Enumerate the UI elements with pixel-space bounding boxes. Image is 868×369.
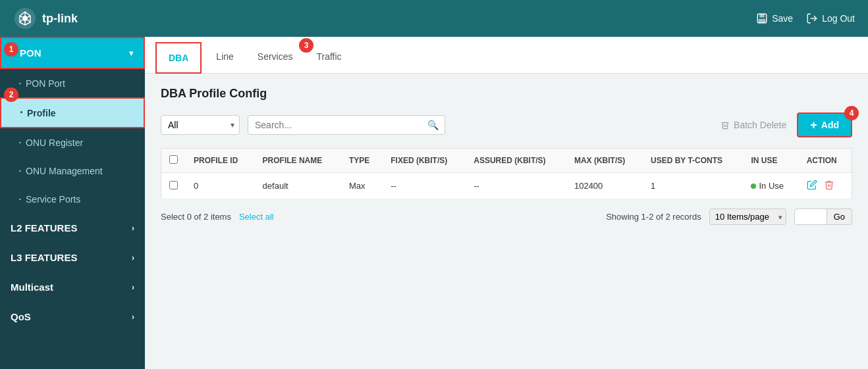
main-content: 3 DBA Line Services Traffic DBA Profile … — [145, 37, 868, 369]
th-checkbox — [161, 149, 186, 173]
annotation-2: 2 — [4, 87, 18, 102]
filter-select-wrapper: All — [161, 115, 240, 135]
qos-chevron-icon: › — [132, 312, 134, 322]
th-in-use: IN USE — [743, 149, 798, 173]
sidebar-multicast-header[interactable]: Multicast › — [0, 272, 145, 302]
th-fixed: FIXED (KBIT/S) — [383, 149, 466, 173]
th-profile-id: PROFILE ID — [186, 149, 255, 173]
row-checkbox-cell — [161, 173, 186, 199]
logo-area: tp-link — [13, 7, 78, 30]
action-buttons — [807, 180, 844, 192]
row-max: 102400 — [566, 173, 643, 199]
th-used-by-t-conts: USED BY T-CONTS — [643, 149, 743, 173]
sidebar-item-onu-register[interactable]: ONU Register — [0, 128, 145, 157]
l2-chevron-icon: › — [132, 224, 134, 233]
annotation-1: 1 — [4, 42, 18, 57]
sidebar-l3-header[interactable]: L3 FEATURES › — [0, 243, 145, 272]
footer-left: Select 0 of 2 items Select all — [161, 212, 274, 222]
plus-icon: + — [810, 119, 817, 131]
per-page-wrapper: 10 Items/page — [709, 209, 786, 225]
l3-chevron-icon: › — [132, 253, 134, 262]
tp-link-logo-icon — [13, 7, 37, 30]
sidebar-pon-header[interactable]: PON ▾ — [0, 37, 145, 69]
sidebar-item-pon-port[interactable]: PON Port — [0, 69, 145, 97]
page-number-input[interactable] — [794, 209, 827, 225]
save-icon — [756, 12, 768, 24]
topnav-actions: Save Log Out — [756, 12, 855, 24]
select-all-checkbox[interactable] — [169, 155, 178, 164]
svg-rect-10 — [759, 19, 766, 23]
th-max: MAX (KBIT/S) — [566, 149, 643, 173]
edit-icon — [807, 180, 817, 190]
in-use-dot-icon — [751, 184, 756, 189]
th-profile-name: PROFILE NAME — [255, 149, 341, 173]
table-header-row: PROFILE ID PROFILE NAME TYPE FIXED (KBIT… — [161, 149, 852, 173]
add-btn-wrapper: 4 + Add — [797, 112, 852, 137]
save-button[interactable]: Save — [756, 12, 793, 24]
sidebar-item-profile[interactable]: Profile — [0, 97, 145, 128]
edit-button[interactable] — [807, 180, 817, 192]
th-assured: ASSURED (KBIT/S) — [466, 149, 566, 173]
go-button[interactable]: Go — [827, 209, 852, 225]
logo-text: tp-link — [42, 12, 78, 26]
sidebar-item-onu-management[interactable]: ONU Management — [0, 157, 145, 185]
row-fixed: -- — [383, 173, 466, 199]
svg-point-1 — [22, 16, 28, 21]
tab-services[interactable]: Services — [246, 42, 305, 74]
th-type: TYPE — [341, 149, 383, 173]
toolbar-left: All 🔍 — [161, 115, 445, 135]
search-wrapper: 🔍 — [248, 115, 445, 135]
search-icon: 🔍 — [427, 120, 439, 130]
select-count: Select 0 of 2 items — [161, 212, 231, 222]
svg-rect-9 — [760, 14, 765, 17]
row-assured: -- — [466, 173, 566, 199]
in-use-badge: In Use — [751, 181, 784, 191]
showing-label: Showing 1-2 of 2 records — [606, 212, 701, 222]
tab-bar: 3 DBA Line Services Traffic — [145, 37, 868, 74]
tab-line[interactable]: Line — [204, 42, 245, 74]
pagination-go: Go — [794, 209, 852, 225]
delete-button[interactable] — [824, 180, 834, 192]
per-page-select[interactable]: 10 Items/page — [709, 209, 786, 225]
row-checkbox[interactable] — [169, 181, 178, 189]
row-used-by-t-conts: 1 — [643, 173, 743, 199]
add-button[interactable]: + Add — [797, 112, 852, 137]
top-navbar: tp-link Save Log Out — [0, 0, 868, 37]
row-type: Max — [341, 173, 383, 199]
multicast-chevron-icon: › — [132, 283, 134, 292]
delete-icon — [824, 180, 834, 190]
annotation-4: 4 — [844, 106, 859, 120]
row-in-use: In Use — [743, 173, 798, 199]
tab-dba[interactable]: DBA — [155, 42, 202, 74]
sidebar: 1 PON ▾ 2 PON Port Profile ONU Register … — [0, 37, 145, 369]
logout-icon — [806, 12, 818, 24]
trash-icon — [720, 120, 730, 130]
filter-select[interactable]: All — [161, 115, 240, 135]
search-input[interactable] — [248, 115, 445, 135]
sidebar-item-service-ports[interactable]: Service Ports — [0, 185, 145, 213]
logout-button[interactable]: Log Out — [806, 12, 855, 24]
th-action: ACTION — [799, 149, 852, 173]
footer-right: Showing 1-2 of 2 records 10 Items/page G… — [606, 209, 852, 225]
row-action — [799, 173, 852, 199]
table-footer: Select 0 of 2 items Select all Showing 1… — [161, 209, 852, 225]
select-all-link[interactable]: Select all — [239, 212, 274, 222]
sidebar-l2-header[interactable]: L2 FEATURES › — [0, 213, 145, 243]
profile-table: PROFILE ID PROFILE NAME TYPE FIXED (KBIT… — [161, 148, 852, 199]
row-profile-id: 0 — [186, 173, 255, 199]
table-row: 0 default Max -- -- 102400 1 In Use — [161, 173, 852, 199]
toolbar-right: Batch Delete 4 + Add — [720, 112, 852, 137]
row-profile-name: default — [255, 173, 341, 199]
toolbar: All 🔍 Batch Dele — [161, 112, 852, 137]
pon-chevron-icon: ▾ — [129, 49, 133, 58]
sidebar-qos-header[interactable]: QoS › — [0, 302, 145, 332]
page-title: DBA Profile Config — [161, 87, 852, 101]
batch-delete-button[interactable]: Batch Delete — [720, 120, 786, 130]
page-body: DBA Profile Config All 🔍 — [145, 74, 868, 369]
annotation-3: 3 — [299, 38, 313, 53]
